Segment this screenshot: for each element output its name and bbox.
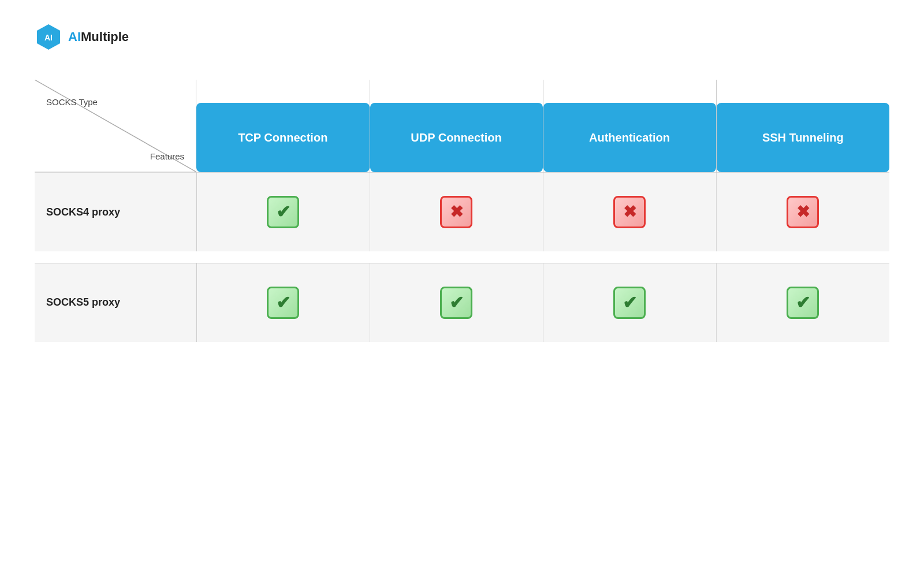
cross-icon: ✖ — [440, 196, 472, 228]
ssh-header-box: SSH Tunneling — [717, 103, 890, 172]
socks4-ssh-cell: ✖ — [716, 173, 889, 252]
logo-icon: AI — [35, 23, 62, 51]
check-icon: ✔ — [613, 287, 646, 319]
spacer-row — [35, 251, 889, 263]
check-icon: ✔ — [440, 287, 472, 319]
header-tcp: TCP Connection — [196, 80, 370, 173]
check-icon: ✔ — [787, 287, 819, 319]
header-ssh: SSH Tunneling — [716, 80, 889, 173]
socks5-tcp-cell: ✔ — [196, 263, 370, 342]
label-features: Features — [150, 151, 184, 161]
cross-icon: ✖ — [787, 196, 819, 228]
logo-suffix: Multiple — [81, 29, 129, 44]
header-row: SOCKS Type Features TCP Connection UDP C… — [35, 80, 889, 173]
check-icon: ✔ — [267, 287, 299, 319]
svg-text:AI: AI — [44, 33, 53, 42]
socks5-udp-cell: ✔ — [370, 263, 543, 342]
header-auth: Authentication — [543, 80, 716, 173]
page-wrapper: AI AIMultiple SOCKS Type Features — [0, 0, 924, 377]
logo-prefix: AI — [68, 29, 81, 44]
cross-icon: ✖ — [613, 196, 646, 228]
socks5-ssh-cell: ✔ — [716, 263, 889, 342]
table-row: SOCKS4 proxy ✔ ✖ ✖ — [35, 173, 889, 252]
socks5-auth-cell: ✔ — [543, 263, 716, 342]
spacer-row-bottom — [35, 342, 889, 354]
socks4-auth-cell: ✖ — [543, 173, 716, 252]
corner-cell: SOCKS Type Features — [35, 80, 196, 173]
socks4-tcp-cell: ✔ — [196, 173, 370, 252]
label-socks-type: SOCKS Type — [46, 97, 98, 107]
socks5-label: SOCKS5 proxy — [35, 263, 196, 342]
logo-text: AIMultiple — [68, 29, 129, 44]
udp-header-box: UDP Connection — [370, 103, 543, 172]
table-row: SOCKS5 proxy ✔ ✔ ✔ — [35, 263, 889, 342]
check-icon: ✔ — [267, 196, 299, 228]
tcp-header-box: TCP Connection — [196, 103, 370, 172]
auth-header-box: Authentication — [543, 103, 716, 172]
comparison-table: SOCKS Type Features TCP Connection UDP C… — [35, 80, 889, 354]
socks4-label: SOCKS4 proxy — [35, 173, 196, 252]
logo-area: AI AIMultiple — [35, 23, 889, 51]
header-udp: UDP Connection — [370, 80, 543, 173]
socks4-udp-cell: ✖ — [370, 173, 543, 252]
